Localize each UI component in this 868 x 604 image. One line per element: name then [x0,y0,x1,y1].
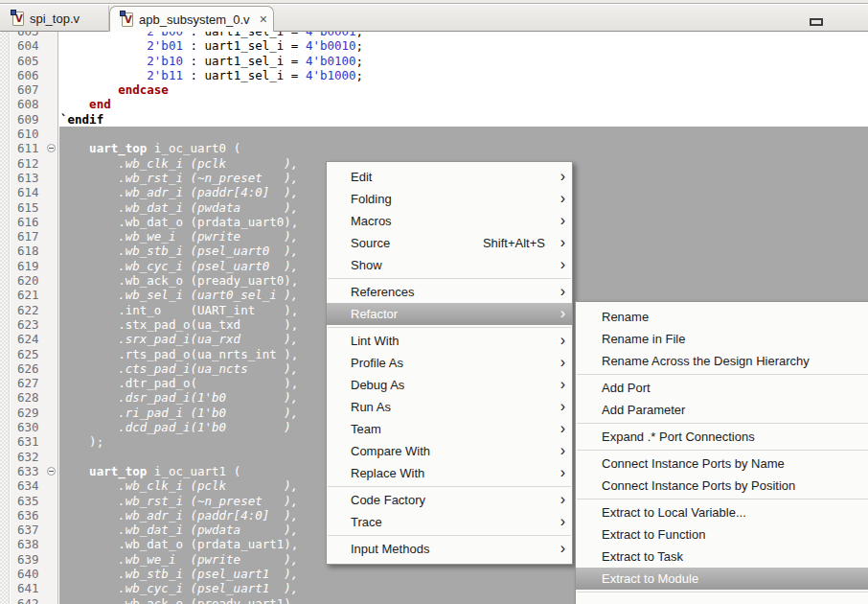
submenu-item-extract-to-module[interactable]: Extract to Module [576,568,868,590]
menu-separator [328,327,571,328]
menu-item-replace-with[interactable]: Replace With› [327,462,572,484]
line-number-632: 632 [11,450,57,464]
fold-collapse-icon[interactable] [47,144,56,152]
menu-item-label: Folding [351,192,392,206]
code-line-604[interactable]: 2'b01 : uart1_sel_i = 4'b0010; [59,38,868,53]
code-line-611[interactable]: uart_top i_oc_uart0 ( [59,141,868,155]
verilog-file-icon [12,12,24,26]
menu-item-input-methods[interactable]: Input Methods› [327,538,572,560]
menu-item-compare-with[interactable]: Compare With› [327,440,572,462]
line-number-614: 614 [11,185,57,199]
annotation-ruler [0,32,10,604]
menu-item-edit[interactable]: Edit› [327,166,572,188]
line-number-615: 615 [11,200,57,215]
editor-tab-bar: spi_top.v apb_subsystem_0.v × [0,5,868,32]
submenu-arrow-icon: › [560,395,565,417]
menu-item-references[interactable]: References› [327,281,572,303]
menu-separator [577,450,868,451]
code-line-607[interactable]: endcase [59,82,868,97]
line-number-621: 621 [11,288,57,302]
line-number-609: 609 [11,112,57,127]
code-line-603[interactable]: 2'b00 : uart1_sel_i = 4'b0001; [59,32,868,38]
submenu-item-connect-instance-ports-by-position[interactable]: Connect Instance Ports by Position [576,475,868,497]
code-line-608[interactable]: end [59,97,868,111]
submenu-item-connect-instance-ports-by-name[interactable]: Connect Instance Ports by Name [576,453,868,475]
menu-item-label: Trace [351,515,382,529]
menu-item-label: Lint With [351,334,400,348]
menu-item-label: Extract to Module [602,571,698,586]
menu-item-label: Rename [602,310,649,324]
tab-apb-subsystem[interactable]: apb_subsystem_0.v × [109,6,274,32]
menu-item-code-factory[interactable]: Code Factory› [327,489,572,511]
menu-separator [328,535,571,536]
submenu-arrow-icon: › [560,488,565,510]
line-number-631: 631 [11,434,57,449]
menu-item-refactor[interactable]: Refactor› [327,303,572,325]
line-number-611: 611 [11,141,57,155]
menu-item-run-as[interactable]: Run As› [327,396,572,418]
submenu-item-rename-in-file[interactable]: Rename in File [576,328,868,350]
context-menu: Edit›Folding›Macros›SourceShift+Alt+S›Sh… [326,161,573,565]
menu-item-label: Run As [351,400,391,414]
submenu-item-add-port[interactable]: Add Port [576,377,868,399]
line-number-605: 605 [11,54,57,68]
fold-collapse-icon[interactable] [47,467,56,476]
verilog-file-icon [122,12,133,27]
line-number-625: 625 [11,347,57,361]
line-number-619: 619 [11,259,57,273]
submenu-item-expand-port-connections[interactable]: Expand .* Port Connections [576,426,868,448]
menu-item-show[interactable]: Show› [327,254,572,276]
menu-item-label: Refactor [351,307,398,321]
minimize-view-icon[interactable] [810,18,823,26]
menu-item-profile-as[interactable]: Profile As› [327,352,572,374]
submenu-item-extract-to-task[interactable]: Extract to Task [576,546,868,568]
submenu-arrow-icon: › [560,209,565,231]
menu-item-debug-as[interactable]: Debug As› [327,374,572,396]
menu-item-label: Add Parameter [602,403,685,417]
line-number-634: 634 [11,478,57,493]
tab-spi-top[interactable]: spi_top.v [0,6,109,32]
submenu-item-add-parameter[interactable]: Add Parameter [576,399,868,421]
menu-item-trace[interactable]: Trace› [327,511,572,533]
close-tab-icon[interactable]: × [260,12,267,26]
menu-item-lint-with[interactable]: Lint With› [327,330,572,352]
menu-item-label: Connect Instance Ports by Name [602,456,785,471]
line-number-608: 608 [11,97,57,111]
line-number-606: 606 [11,68,57,82]
line-number-628: 628 [11,390,57,405]
submenu-arrow-icon: › [560,165,565,187]
code-line-609[interactable]: `endif [59,112,868,127]
submenu-arrow-icon: › [560,302,565,324]
line-number-612: 612 [11,156,57,171]
line-number-638: 638 [11,537,57,551]
line-number-629: 629 [11,406,57,420]
menu-item-label: Source [351,236,390,250]
submenu-item-rename-across-the-design-hierarchy[interactable]: Rename Across the Design Hierarchy [576,350,868,372]
line-number-637: 637 [11,523,57,537]
line-number-618: 618 [11,244,57,258]
submenu-item-extract-to-local-variable[interactable]: Extract to Local Variable... [576,501,868,523]
code-line-605[interactable]: 2'b10 : uart1_sel_i = 4'b0100; [59,54,868,68]
code-line-606[interactable]: 2'b11 : uart1_sel_i = 4'b1000; [59,68,868,82]
menu-item-label: Rename in File [602,332,685,346]
menu-separator [328,278,571,279]
line-number-635: 635 [11,494,57,508]
menu-item-label: Compare With [351,444,430,458]
line-number-633: 633 [11,464,57,478]
line-number-610: 610 [11,127,57,141]
submenu-item-extract-to-function[interactable]: Extract to Function [576,523,868,546]
submenu-arrow-icon: › [560,417,565,439]
menu-item-team[interactable]: Team› [327,418,572,440]
submenu-arrow-icon: › [560,373,565,395]
line-number-gutter: 6036046056066076086096106116126136146156… [11,32,58,604]
code-line-610[interactable] [59,127,868,141]
submenu-arrow-icon: › [560,461,565,483]
menu-item-folding[interactable]: Folding› [327,188,572,210]
submenu-item-rename[interactable]: Rename [576,306,868,328]
line-number-613: 613 [11,171,57,185]
refactor-submenu: RenameRename in FileRename Across the De… [575,301,868,604]
menu-item-macros[interactable]: Macros› [327,210,572,232]
line-number-623: 623 [11,317,57,332]
menu-item-source[interactable]: SourceShift+Alt+S› [327,232,572,254]
line-number-624: 624 [11,332,57,346]
